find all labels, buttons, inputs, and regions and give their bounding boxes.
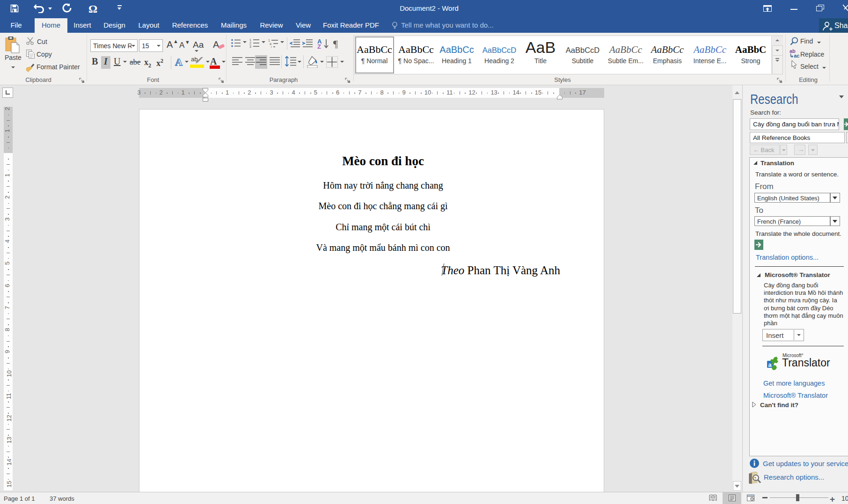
svg-text:3: 3	[249, 45, 251, 48]
svg-text:i: i	[271, 45, 272, 48]
svg-text:a: a	[768, 361, 772, 368]
svg-text:a: a	[270, 42, 271, 45]
svg-text:2: 2	[249, 42, 251, 45]
svg-text:1: 1	[249, 38, 251, 42]
svg-text:¶: ¶	[754, 476, 756, 481]
svg-text:1: 1	[268, 39, 270, 42]
